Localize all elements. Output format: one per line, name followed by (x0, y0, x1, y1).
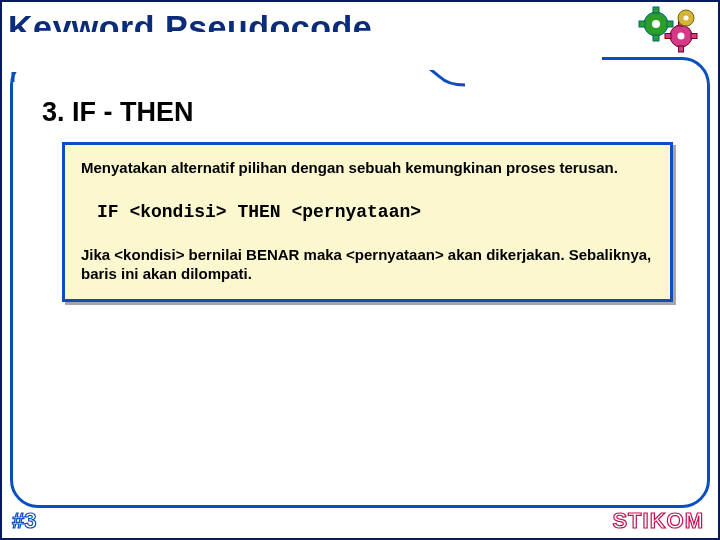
content-area: 3. IF - THEN Menyatakan alternatif pilih… (42, 97, 678, 302)
svg-rect-4 (667, 21, 673, 27)
svg-point-13 (684, 16, 689, 21)
slide-number: #3 (12, 508, 36, 534)
slide-container: Keyword Pseudocode (0, 0, 720, 540)
svg-rect-2 (653, 35, 659, 41)
svg-point-5 (652, 20, 660, 28)
svg-rect-10 (691, 34, 697, 39)
institution-logo-text: STIKOM (612, 508, 704, 534)
svg-rect-1 (653, 7, 659, 13)
section-heading: 3. IF - THEN (42, 97, 678, 128)
svg-rect-8 (679, 46, 684, 52)
explanation-text: Jika <kondisi> bernilai BENAR maka <pern… (81, 246, 654, 284)
syntax-code: IF <kondisi> THEN <pernyataan> (97, 202, 654, 222)
info-box: Menyatakan alternatif pilihan dengan seb… (62, 142, 673, 302)
svg-point-11 (678, 33, 685, 40)
frame-notch (362, 44, 602, 70)
frame-cover (2, 32, 372, 72)
svg-rect-9 (665, 34, 671, 39)
gears-icon (636, 6, 706, 56)
svg-rect-3 (639, 21, 645, 27)
description-text: Menyatakan alternatif pilihan dengan seb… (81, 159, 654, 178)
